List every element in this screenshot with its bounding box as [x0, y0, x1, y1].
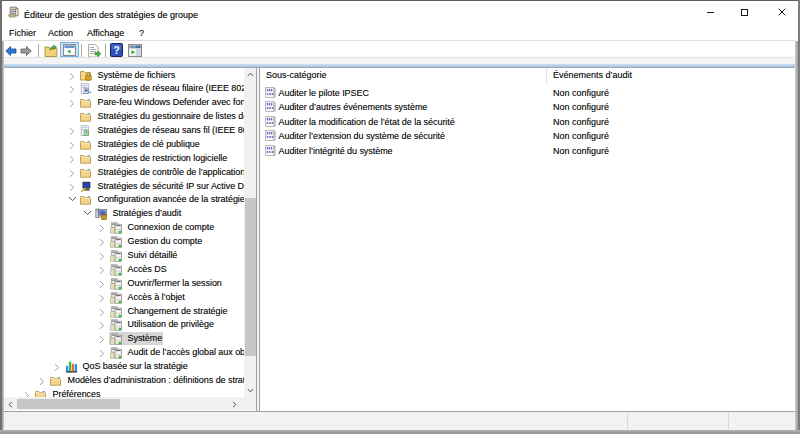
svg-text:?: ?: [113, 45, 119, 56]
